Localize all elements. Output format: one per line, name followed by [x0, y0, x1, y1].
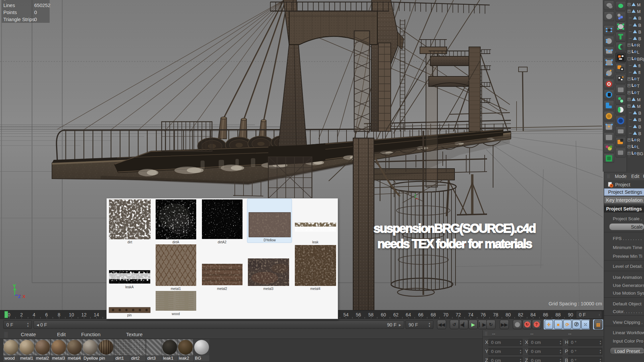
- svg-text:pin: pin: [127, 313, 131, 317]
- svg-text:wood: wood: [171, 312, 180, 316]
- svg-text:dirtA2: dirtA2: [218, 240, 227, 244]
- svg-text:DYellow: DYellow: [264, 238, 276, 242]
- svg-text:metal3: metal3: [263, 287, 273, 291]
- svg-text:leakA: leakA: [125, 285, 133, 289]
- svg-text:dirt: dirt: [127, 240, 132, 244]
- svg-text:metal4: metal4: [310, 287, 320, 291]
- svg-text:dirtA: dirtA: [172, 240, 179, 244]
- svg-text:metal1: metal1: [171, 287, 181, 291]
- svg-text:Y: Y: [13, 283, 16, 289]
- svg-text:metal2: metal2: [217, 287, 227, 291]
- svg-text:Z: Z: [18, 294, 21, 299]
- svg-text:X: X: [22, 294, 25, 299]
- svg-text:leak: leak: [312, 240, 319, 244]
